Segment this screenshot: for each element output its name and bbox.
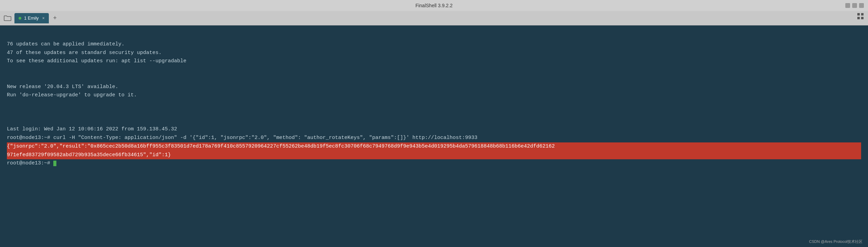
term-line-2: 47 of these updates are standard securit… bbox=[7, 49, 861, 57]
term-line-6: Last login: Wed Jan 12 10:06:16 2022 fro… bbox=[7, 125, 861, 134]
grid-layout-icon[interactable] bbox=[857, 13, 864, 21]
svg-rect-0 bbox=[857, 13, 860, 15]
cursor bbox=[53, 161, 56, 166]
tab-status-dot bbox=[19, 17, 21, 20]
term-line-4: New release '20.04.3 LTS' available. bbox=[7, 83, 861, 92]
window-btn-1[interactable] bbox=[845, 3, 850, 8]
window-btn-2[interactable] bbox=[852, 3, 857, 8]
tab-label: 1 Emily bbox=[24, 15, 39, 21]
term-line-blank4 bbox=[7, 100, 861, 108]
term-line-blank6 bbox=[7, 117, 861, 126]
term-line-3: To see these additional updates run: apt… bbox=[7, 57, 861, 66]
terminal-area[interactable]: 76 updates can be applied immediately. 4… bbox=[0, 25, 868, 247]
app-title: FinalShell 3.9.2.2 bbox=[415, 3, 453, 8]
add-tab-button[interactable]: + bbox=[51, 14, 59, 22]
svg-rect-2 bbox=[857, 17, 860, 19]
window-controls bbox=[845, 3, 864, 8]
term-line-blank2 bbox=[7, 66, 861, 74]
title-bar: FinalShell 3.9.2.2 bbox=[0, 0, 868, 11]
term-highlighted-1: {"jsonrpc":"2.0","result":"0x865cec2b50d… bbox=[7, 142, 861, 160]
tab-bar: 1 Emily × + bbox=[0, 11, 868, 25]
window-btn-3[interactable] bbox=[859, 3, 864, 8]
svg-rect-3 bbox=[861, 17, 864, 19]
folder-icon[interactable] bbox=[3, 13, 12, 23]
term-line-blank3 bbox=[7, 74, 861, 83]
tab-emily[interactable]: 1 Emily × bbox=[14, 13, 49, 23]
term-line-blank5 bbox=[7, 108, 861, 117]
tab-close-button[interactable]: × bbox=[42, 16, 45, 21]
watermark: CSDN @Ares Protocol技术社区 bbox=[809, 239, 862, 244]
term-prompt: root@node13:~# bbox=[7, 159, 861, 168]
term-line-1: 76 updates can be applied immediately. bbox=[7, 40, 861, 49]
term-line-blank1 bbox=[7, 32, 861, 40]
term-line-7: root@node13:~# curl -H "Content-Type: ap… bbox=[7, 134, 861, 142]
svg-rect-1 bbox=[861, 13, 864, 15]
term-line-5: Run 'do-release-upgrade' to upgrade to i… bbox=[7, 91, 861, 100]
